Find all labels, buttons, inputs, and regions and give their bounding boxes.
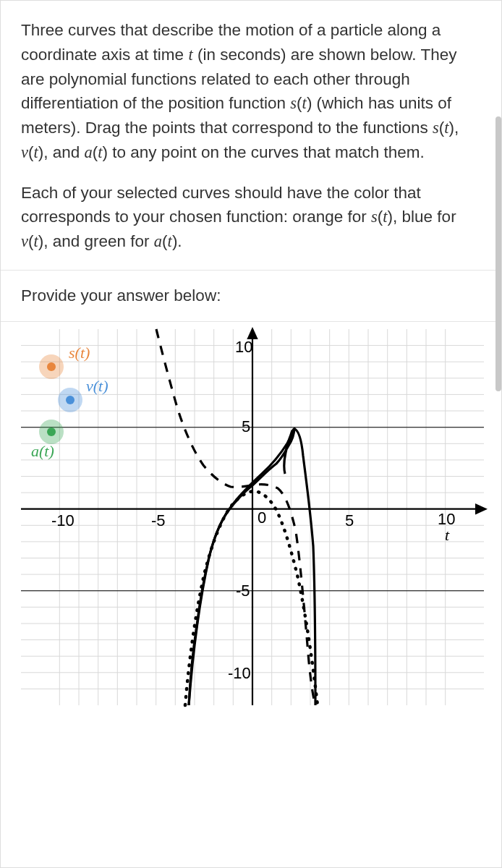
problem-paragraph-1: Three curves that describe the motion of… [21,18,481,165]
legend-s-label: s(t) [69,344,90,362]
xtick-0: 0 [258,509,266,527]
ytick-neg10: -10 [228,664,251,682]
graph-svg[interactable]: -10 -5 0 5 10 t 10 5 -5 -10 s(t) [14,322,491,712]
xtick-neg10: -10 [51,511,75,529]
answer-prompt: Provide your answer below: [21,271,481,321]
ytick-neg5: -5 [236,582,250,600]
ytick-10: 10 [235,338,252,356]
svg-marker-42 [475,503,488,514]
curve-dashed[interactable] [156,329,315,705]
problem-paragraph-2: Each of your selected curves should have… [21,181,481,254]
point-a[interactable] [47,427,56,436]
page-scrollbar[interactable] [495,116,501,391]
graph-area[interactable]: -10 -5 0 5 10 t 10 5 -5 -10 s(t) [1,322,501,712]
xlabel: t [445,526,450,544]
tick-labels: -10 -5 0 5 10 t 10 5 -5 -10 [51,338,455,682]
xtick-5: 5 [345,511,354,529]
point-s[interactable] [47,362,56,371]
ytick-5: 5 [242,417,250,435]
point-v[interactable] [66,396,75,404]
xtick-neg5: -5 [151,511,166,529]
curve-dotted[interactable] [185,491,318,705]
legend-v-label: v(t) [86,377,109,395]
legend: s(t) v(t) a(t) [31,344,109,460]
legend-a-label: a(t) [31,442,54,460]
